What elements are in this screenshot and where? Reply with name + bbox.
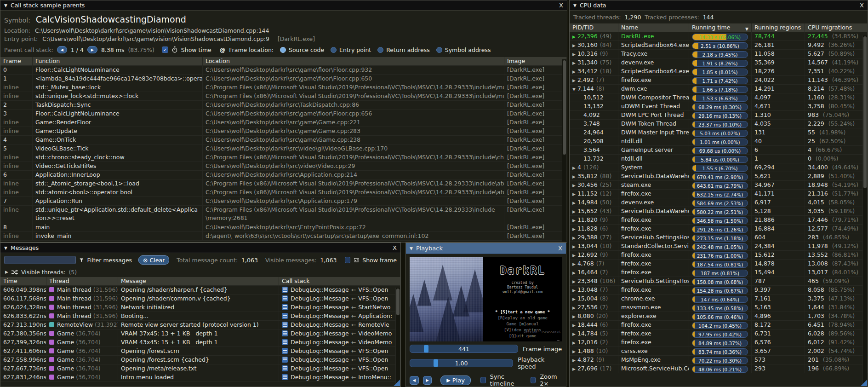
expand-arrow-icon[interactable]: ▶ xyxy=(572,227,576,231)
radio-symbol-address[interactable] xyxy=(436,47,442,53)
cpu-process-row[interactable]: ▶11,152(12)firefox.exe632.15 ms (2.74%)4… xyxy=(570,190,868,198)
show-time-checkbox[interactable]: ✓ xyxy=(162,46,168,53)
callstack-cell[interactable]: DebugLog::Message←StartNetwo xyxy=(279,303,400,312)
prev-callstack-button[interactable]: ◀ xyxy=(57,46,67,53)
cpu-process-row[interactable]: ▶11,820(9)firefox.exe346.58 ms (1.50%)21… xyxy=(570,216,868,225)
callstack-table-row[interactable]: inlinestd::unique_ptr<Application,std::d… xyxy=(0,206,567,223)
zoom-2x-checkbox[interactable] xyxy=(531,377,536,383)
expand-arrow-icon[interactable]: ▶ xyxy=(572,297,576,301)
message-row[interactable]: 627,399,326nsGame (36,704)VRAM 43x45: 15… xyxy=(0,338,400,347)
cpu-process-row[interactable]: ▶27,536(7)msvsmon.exe133.45 ms (0.58%)5,… xyxy=(570,303,868,312)
expand-arrow-icon[interactable]: ▶ xyxy=(572,288,576,293)
expand-arrow-icon[interactable]: ▶ xyxy=(572,166,576,170)
cpu-process-row[interactable]: ▶15,652(43)ServiceHub.DataWarehou580.22 … xyxy=(570,207,868,216)
cpu-process-row[interactable]: 10,512DWM Compositor Thread1.53 s (6.63%… xyxy=(570,93,868,102)
resize-grip[interactable] xyxy=(394,380,400,386)
close-icon[interactable]: X xyxy=(559,2,563,9)
expand-arrow-icon[interactable]: ▶ xyxy=(572,271,576,275)
cpu-process-row[interactable]: ▶30,456(25)steam.exe643.61 ms (2.79%)34,… xyxy=(570,181,868,190)
callstack-table-row[interactable]: inlinestd::chrono::steady_clock::nowC:\P… xyxy=(0,153,567,162)
expand-arrow-icon[interactable]: ▶ xyxy=(572,192,576,196)
cpu-process-row[interactable]: ▶23,348(106)ServiceHub.SettingsHost158.0… xyxy=(570,277,868,286)
col-thread[interactable]: Thread xyxy=(46,277,118,286)
callstack-cell[interactable]: DebugLog::Message←Application: xyxy=(279,312,400,321)
callstack-table-row[interactable]: 0Floor::CalcLightNoLuminanceC:\Users\wol… xyxy=(0,66,567,75)
cpu-process-row[interactable]: 3,748DWM Token Thread23.37 ms (0.10%)4,0… xyxy=(570,120,868,128)
callstack-cell[interactable]: DebugLog::Message←VFS::Open xyxy=(279,347,400,356)
clear-button[interactable]: ⊗ Clear xyxy=(138,255,169,265)
callstack-table-row[interactable]: 4Game::OnTickC:\Users\wolf\Desktop\darkr… xyxy=(0,136,567,144)
cpu-process-row[interactable]: ▶1,488(10)csrss.exe83.74 ms (0.36%)3,657… xyxy=(570,347,868,356)
cpu-process-row[interactable]: ▶35,812(88)ServiceHub.DataWarehou670.41 … xyxy=(570,172,868,181)
playback-speed-slider[interactable]: 1.00 xyxy=(410,359,513,367)
callstack-table-row[interactable]: inlinestd::atomic<bool>::operator boolC:… xyxy=(0,188,567,197)
cpu-process-row[interactable]: ▶8,080(20)explorer.exe105.66 ms (0.46%)4… xyxy=(570,312,868,321)
cpu-process-row[interactable]: ▶13,044(10)StandardCollector.Servic242.4… xyxy=(570,242,868,251)
cpu-process-row[interactable]: 20,508ntdll.dll1.01 ms (0.00%)4025 (62.5… xyxy=(570,137,868,146)
callstack-table-row[interactable]: 5VideoGLBase::TickC:\Users\wolf\Desktop\… xyxy=(0,144,567,153)
message-row[interactable]: 627,558,996nsGame (36,704)Opening /fores… xyxy=(0,356,400,364)
cpu-process-row[interactable]: ▶4,768(7)firefox.exe187.54 ms (0.81%)14,… xyxy=(570,260,868,268)
sync-timeline-checkbox[interactable] xyxy=(480,377,486,383)
expand-arrow-icon[interactable]: ▶ xyxy=(572,253,576,258)
callstack-cell[interactable]: DebugLog::Message←VFS::Open xyxy=(279,364,400,373)
callstack-table-row[interactable]: inlinestd::unique_lock<std::mutex>::lock… xyxy=(0,92,567,101)
col-name[interactable]: Name xyxy=(618,23,689,32)
cpu-process-row[interactable]: ▶12,692(9)firefox.exe231.76 ms (1.00%)15… xyxy=(570,251,868,260)
callstack-table-row[interactable]: inlineGame::RenderFloorC:\Users\wolf\Des… xyxy=(0,118,567,127)
callstack-cell[interactable]: DebugLog::Message←VideoMemo xyxy=(279,338,400,347)
callstack-table-row[interactable]: 8mainC:\Users\wolf\Desktop\darkrl\src\En… xyxy=(0,223,567,232)
cpu-process-row[interactable]: ▶14,984(50)devenv.exe584.69 ms (2.53%)6,… xyxy=(570,198,868,207)
expand-arrow-icon[interactable]: ▶ xyxy=(572,349,576,354)
cpu-process-row[interactable]: ▶4(126)System1.55 s (6.70%)69,29434,400 … xyxy=(570,163,868,172)
cpu-process-row[interactable]: ▶27,696(17)Microsoft.ServiceHub.Co48.06 … xyxy=(570,364,868,373)
visible-threads-row[interactable]: ▶ Visible threads: (5) xyxy=(0,267,400,277)
cpu-process-row[interactable]: ▶30,160(84)ScriptedSandbox64.exe2.51 s (… xyxy=(570,41,868,50)
expand-arrow-icon[interactable]: ▶ xyxy=(572,61,576,65)
collapse-icon[interactable]: ▼ xyxy=(573,3,577,8)
radio-entry-point[interactable] xyxy=(331,47,337,53)
collapse-icon[interactable]: ▼ xyxy=(4,3,7,8)
expand-arrow-icon[interactable]: ▶ xyxy=(572,244,576,249)
cpu-process-row[interactable]: ▶34,412(18)ScriptedSandbox64.exe1.85 s (… xyxy=(570,67,868,76)
filter-input[interactable] xyxy=(4,256,76,264)
callstack-cell[interactable]: DebugLog::Message←VFS::Open xyxy=(279,356,400,364)
expand-arrow-icon[interactable]: ▶ xyxy=(572,209,576,214)
expand-arrow-icon[interactable]: ▶ xyxy=(572,201,576,205)
cpu-process-row[interactable]: ▶22,396(49)DarkRL.exe14.33 s (62.06%)78,… xyxy=(570,32,868,41)
expand-arrow-icon[interactable]: ▶ xyxy=(572,183,576,188)
message-row[interactable]: 626,024,328nsMain thread (31,596)Network… xyxy=(0,303,400,312)
expand-arrow-icon[interactable]: ▶ xyxy=(572,78,576,83)
expand-arrow-icon[interactable]: ▶ xyxy=(572,262,576,266)
cpu-process-row[interactable]: 24,964DWM Master Input Thread5.03 ms (0.… xyxy=(570,128,868,137)
cpu-process-row[interactable]: 13,732ntdll.dll5.84 us (0.00%)10 (0.00%) xyxy=(570,155,868,163)
expand-arrow-icon[interactable]: ▶ xyxy=(572,332,576,336)
message-row[interactable]: 627,411,606nsGame (36,704)Opening /fores… xyxy=(0,347,400,356)
callstack-table-row[interactable]: 7Application::RunC:\Users\wolf\Desktop\d… xyxy=(0,197,567,206)
col-message[interactable]: Message xyxy=(118,277,279,286)
next-callstack-button[interactable]: ▶ xyxy=(87,46,97,53)
expand-arrow-icon[interactable]: ▶ xyxy=(572,69,576,74)
cpu-process-row[interactable]: ▶16,464(7)firefox.exe187 ms (0.81%)15,49… xyxy=(570,268,868,277)
expand-arrow-icon[interactable]: ▶ xyxy=(572,306,576,310)
cpu-process-row[interactable]: ▶29,388(77)ServiceHub.SettingsHost273.15… xyxy=(570,233,868,242)
col-function[interactable]: Function xyxy=(33,57,203,66)
callstack-table-row[interactable]: 6Application::InnerLoopC:\Users\wolf\Des… xyxy=(0,171,567,179)
frame-image-slider[interactable]: 441 xyxy=(410,345,518,353)
callstack-table-row[interactable]: inlineVideo::GetTicksHiResC:\Users\wolf\… xyxy=(0,162,567,171)
expand-arrow-icon[interactable]: ▶ xyxy=(572,43,576,48)
cpu-process-row[interactable]: ▶4,872(9)MsMpEng.exe70.22 ms (0.30%)5732… xyxy=(570,356,868,364)
callstack-table-row[interactable]: inlinestd::_Mutex_base::lockC:\Program F… xyxy=(0,83,567,92)
callstack-cell[interactable]: DebugLog::Message←VideoMemo xyxy=(279,329,400,338)
expand-arrow-icon[interactable]: ▶ xyxy=(572,314,576,319)
cpu-scrollbar[interactable] xyxy=(862,35,867,386)
expand-arrow-icon[interactable]: ▶ xyxy=(572,323,576,328)
cpu-process-row[interactable]: ▼7,144(8)dwm.exe1.66 s (7.18%)14,2918,21… xyxy=(570,85,868,93)
col-running-time[interactable]: Running time▼ xyxy=(689,23,752,32)
expand-arrow-icon[interactable]: ▶ xyxy=(572,52,576,57)
cpu-process-row[interactable]: ▶2,492(7)firefox.exe1.71 s (7.42%)24,022… xyxy=(570,76,868,85)
callstack-cell[interactable]: DebugLog::Message←RemoteVie xyxy=(279,321,400,329)
expand-arrow-icon[interactable]: ▶ xyxy=(572,358,576,363)
cpu-process-row[interactable]: 3,564GameInput server69.68 us (0.00%)64 … xyxy=(570,146,868,155)
collapse-icon[interactable]: ▼ xyxy=(410,246,413,251)
